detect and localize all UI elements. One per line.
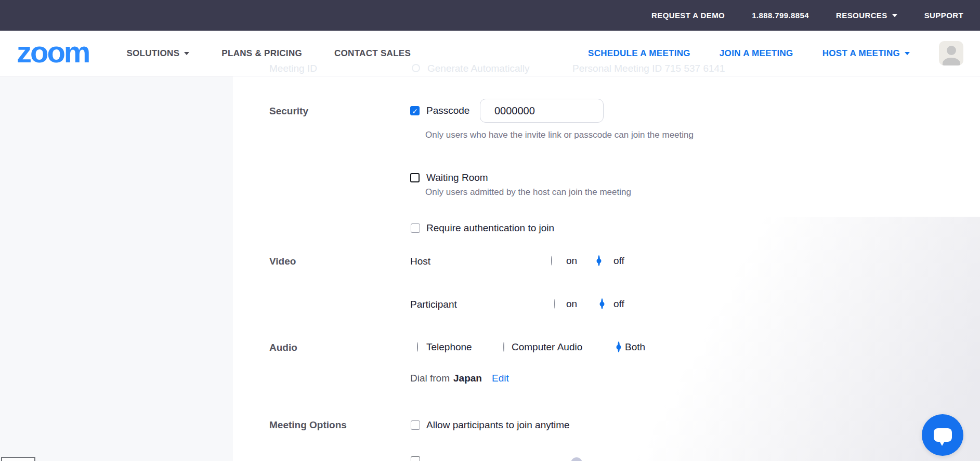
solutions-label: SOLUTIONS: [126, 48, 179, 59]
chevron-down-icon: [905, 52, 910, 55]
profile-avatar[interactable]: [939, 41, 963, 65]
video-section-label: Video: [269, 256, 296, 267]
request-demo-link[interactable]: REQUEST A DEMO: [651, 11, 725, 20]
host-video-on-label[interactable]: on: [566, 255, 577, 267]
video-participant-label: Participant: [410, 299, 457, 310]
dial-from-label: Dial from: [410, 373, 450, 384]
ghost-meeting-id-label: Meeting ID: [269, 63, 317, 74]
main-nav: Meeting ID Generate Automatically Person…: [0, 31, 980, 76]
nav-solutions[interactable]: SOLUTIONS: [126, 48, 189, 59]
host-meeting-menu[interactable]: HOST A MEETING: [822, 48, 910, 59]
participant-video-off-label[interactable]: off: [613, 298, 624, 310]
partial-bottom-left-widget[interactable]: [1, 457, 35, 461]
participant-video-off-radio[interactable]: [601, 298, 603, 309]
topbar: REQUEST A DEMO 1.888.799.8854 RESOURCES …: [0, 0, 980, 31]
resources-menu[interactable]: RESOURCES: [836, 11, 897, 20]
audio-telephone-radio[interactable]: [417, 342, 418, 352]
security-section-label: Security: [269, 106, 308, 117]
video-host-label: Host: [410, 256, 430, 267]
nav-plans-pricing[interactable]: PLANS & PRICING: [221, 48, 302, 59]
schedule-meeting-form: Security Passcode Only users who have th…: [0, 76, 980, 461]
waiting-room-checkbox[interactable]: [410, 173, 420, 182]
passcode-checkbox[interactable]: [410, 106, 420, 115]
waiting-room-label[interactable]: Waiting Room: [426, 172, 488, 183]
schedule-meeting-link[interactable]: SCHEDULE A MEETING: [588, 48, 690, 59]
nav-menu: SOLUTIONS PLANS & PRICING CONTACT SALES: [126, 48, 411, 59]
zoom-logo[interactable]: zoom: [17, 37, 89, 67]
phone-number-link[interactable]: 1.888.799.8854: [752, 11, 809, 20]
partial-checkbox[interactable]: [411, 456, 420, 461]
waiting-room-help-text: Only users admitted by the host can join…: [425, 187, 631, 197]
require-auth-label[interactable]: Require authentication to join: [426, 222, 554, 234]
chevron-down-icon: [892, 14, 897, 17]
resources-label: RESOURCES: [836, 11, 887, 20]
audio-computer-radio[interactable]: [503, 342, 504, 352]
ghost-radio-icon: [412, 64, 420, 72]
participant-video-on-label[interactable]: on: [566, 298, 577, 310]
passcode-label[interactable]: Passcode: [426, 105, 469, 116]
audio-section-label: Audio: [269, 342, 297, 353]
meeting-options-section-label: Meeting Options: [269, 419, 347, 431]
audio-both-radio[interactable]: [618, 341, 620, 352]
support-link[interactable]: SUPPORT: [924, 11, 963, 20]
chevron-down-icon: [184, 52, 189, 55]
nav-contact-sales[interactable]: CONTACT SALES: [334, 48, 411, 59]
host-video-off-label[interactable]: off: [613, 255, 624, 267]
ghost-generate-label: Generate Automatically: [427, 63, 529, 74]
chat-bubble-icon: [934, 428, 952, 442]
join-meeting-link[interactable]: JOIN A MEETING: [720, 48, 793, 59]
host-video-off-radio[interactable]: [598, 255, 600, 266]
host-video-on-radio[interactable]: [551, 256, 552, 266]
require-auth-checkbox[interactable]: [411, 223, 420, 233]
join-anytime-checkbox[interactable]: [411, 420, 420, 430]
audio-both-label[interactable]: Both: [625, 341, 645, 353]
avatar-person-icon: [947, 46, 956, 55]
passcode-input[interactable]: [480, 99, 604, 123]
dial-country-label: Japan: [453, 373, 482, 384]
edit-dial-in-link[interactable]: Edit: [492, 373, 509, 384]
passcode-help-text: Only users who have the invite link or p…: [425, 130, 694, 140]
host-meeting-label: HOST A MEETING: [822, 48, 900, 59]
audio-telephone-label[interactable]: Telephone: [426, 341, 472, 353]
participant-video-on-radio[interactable]: [554, 299, 555, 309]
nav-actions: SCHEDULE A MEETING JOIN A MEETING HOST A…: [588, 41, 963, 65]
chat-support-button[interactable]: [922, 414, 963, 456]
join-anytime-label[interactable]: Allow participants to join anytime: [426, 419, 570, 431]
audio-computer-label[interactable]: Computer Audio: [512, 341, 582, 353]
